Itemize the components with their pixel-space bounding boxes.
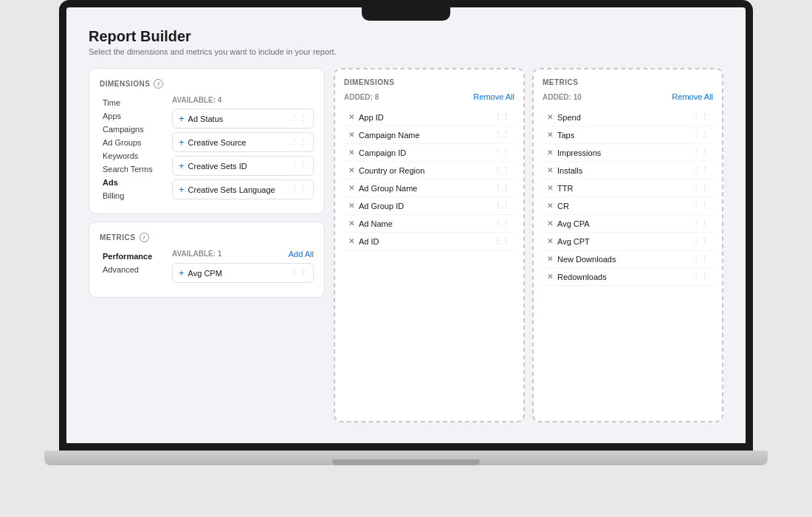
drag-handle[interactable]: ⋮⋮	[494, 130, 510, 140]
remove-icon[interactable]: ✕	[348, 237, 354, 245]
added-item-redownloads: Redownloads	[557, 273, 607, 281]
metrics-layout: Performance Advanced AVAILABLE: 1 Add Al…	[100, 250, 314, 287]
remove-icon[interactable]: ✕	[547, 166, 553, 174]
table-row: ✕ Redownloads ⋮⋮	[543, 268, 713, 286]
dim-item-creative-sets-id: Creative Sets ID	[188, 162, 247, 171]
remove-icon[interactable]: ✕	[547, 255, 553, 263]
remove-icon[interactable]: ✕	[547, 184, 553, 192]
remove-icon[interactable]: ✕	[348, 113, 354, 121]
list-item: + Ad Status ⋮⋮	[172, 109, 314, 129]
remove-icon[interactable]: ✕	[348, 131, 354, 139]
added-item-ad-id: Ad ID	[359, 237, 379, 246]
plus-icon[interactable]: +	[179, 267, 185, 278]
added-item-spend: Spend	[557, 113, 581, 122]
added-item-campaign-id: Campaign ID	[359, 148, 406, 157]
remove-icon[interactable]: ✕	[547, 113, 553, 121]
dimensions-added-header: DIMENSIONS	[344, 78, 515, 86]
drag-handle[interactable]: ⋮⋮	[692, 130, 709, 140]
metrics-info-icon[interactable]: i	[140, 233, 149, 242]
added-item-ad-name: Ad Name	[359, 219, 393, 228]
added-item-avg-cpa: Avg CPA	[557, 219, 590, 228]
plus-icon[interactable]: +	[179, 137, 185, 148]
plus-icon[interactable]: +	[179, 160, 185, 171]
metrics-added-label: METRICS	[543, 78, 579, 86]
drag-handle[interactable]: ⋮⋮	[692, 112, 709, 122]
metrics-remove-all-button[interactable]: Remove All	[672, 92, 713, 101]
drag-handle[interactable]: ⋮⋮	[692, 236, 709, 246]
added-item-cr: CR	[557, 202, 569, 210]
drag-handle[interactable]: ⋮⋮	[692, 148, 709, 157]
remove-icon[interactable]: ✕	[547, 148, 553, 157]
added-item-ad-group-id: Ad Group ID	[359, 202, 404, 210]
dimensions-count-header: ADDED: 8 Remove All	[344, 92, 515, 101]
nav-ad-groups[interactable]: Ad Groups	[100, 136, 166, 149]
list-item: + Avg CPM ⋮⋮	[172, 263, 314, 283]
list-item: + Creative Sets ID ⋮⋮	[172, 156, 314, 176]
added-item-impressions: Impressions	[557, 148, 601, 157]
drag-handle[interactable]: ⋮⋮	[494, 112, 510, 122]
remove-icon[interactable]: ✕	[348, 166, 354, 174]
nav-performance[interactable]: Performance	[100, 250, 166, 263]
drag-handle[interactable]: ⋮⋮	[692, 254, 709, 264]
drag-handle[interactable]: ⋮⋮	[692, 219, 709, 228]
metrics-label: METRICS	[100, 233, 136, 242]
drag-handle[interactable]: ⋮⋮	[692, 165, 709, 175]
drag-handle[interactable]: ⋮⋮	[494, 148, 510, 157]
nav-ads[interactable]: Ads	[100, 176, 166, 189]
drag-handle[interactable]: ⋮⋮	[494, 165, 510, 175]
nav-apps[interactable]: Apps	[100, 109, 166, 123]
added-item-country: Country or Region	[359, 166, 424, 175]
table-row: ✕ Ad Group Name ⋮⋮	[344, 179, 515, 197]
dimensions-info-icon[interactable]: i	[154, 79, 163, 89]
table-row: ✕ Installs ⋮⋮	[543, 162, 713, 179]
nav-billing[interactable]: Billing	[100, 189, 166, 202]
metrics-added-panel: METRICS ADDED: 10 Remove All ✕	[532, 68, 723, 422]
table-row: ✕ Avg CPA ⋮⋮	[543, 215, 713, 233]
dimensions-remove-all-button[interactable]: Remove All	[473, 92, 515, 101]
drag-handle[interactable]: ⋮⋮	[291, 268, 307, 278]
remove-icon[interactable]: ✕	[348, 148, 354, 157]
dimensions-added-label: DIMENSIONS	[344, 78, 394, 86]
add-all-button[interactable]: Add All	[289, 250, 314, 258]
added-item-campaign-name: Campaign Name	[359, 131, 420, 140]
added-item-ttr: TTR	[557, 184, 573, 193]
drag-handle[interactable]: ⋮⋮	[494, 183, 510, 193]
dimensions-label: DIMENSIONS	[100, 80, 150, 88]
drag-handle[interactable]: ⋮⋮	[291, 137, 307, 147]
drag-handle[interactable]: ⋮⋮	[494, 219, 510, 228]
plus-icon[interactable]: +	[179, 184, 185, 195]
nav-search-terms[interactable]: Search Terms	[100, 162, 166, 176]
laptop-notch	[362, 7, 450, 21]
added-item-installs: Installs	[557, 166, 582, 175]
nav-time[interactable]: Time	[100, 96, 166, 109]
table-row: ✕ Ad ID ⋮⋮	[344, 233, 515, 250]
drag-handle[interactable]: ⋮⋮	[692, 272, 709, 281]
dim-items-list: AVAILABLE: 4 + Ad Status ⋮⋮	[172, 96, 314, 203]
drag-handle[interactable]: ⋮⋮	[494, 201, 510, 210]
table-row: ✕ Impressions ⋮⋮	[543, 144, 713, 162]
drag-handle[interactable]: ⋮⋮	[291, 114, 307, 123]
remove-icon[interactable]: ✕	[547, 237, 553, 245]
right-panel: DIMENSIONS ADDED: 8 Remove All ✕	[334, 68, 723, 422]
remove-icon[interactable]: ✕	[547, 202, 553, 210]
drag-handle[interactable]: ⋮⋮	[291, 161, 307, 171]
nav-campaigns[interactable]: Campaigns	[100, 123, 166, 136]
nav-advanced[interactable]: Advanced	[100, 263, 166, 276]
remove-icon[interactable]: ✕	[348, 219, 354, 227]
remove-icon[interactable]: ✕	[547, 131, 553, 139]
remove-icon[interactable]: ✕	[547, 273, 553, 281]
metrics-added-count: ADDED: 10	[543, 93, 582, 101]
metrics-added-header: METRICS	[543, 78, 713, 86]
remove-icon[interactable]: ✕	[547, 219, 553, 227]
drag-handle[interactable]: ⋮⋮	[494, 236, 510, 246]
nav-keywords[interactable]: Keywords	[100, 149, 166, 162]
drag-handle[interactable]: ⋮⋮	[692, 183, 709, 193]
dimensions-added-list: ✕ App ID ⋮⋮ ✕ Campaign Name ⋮⋮	[344, 109, 515, 250]
metrics-added-list: ✕ Spend ⋮⋮ ✕ Taps ⋮⋮	[543, 109, 713, 286]
remove-icon[interactable]: ✕	[348, 202, 354, 210]
remove-icon[interactable]: ✕	[348, 184, 354, 192]
plus-icon[interactable]: +	[179, 113, 185, 124]
drag-handle[interactable]: ⋮⋮	[291, 185, 307, 194]
added-item-new-downloads: New Downloads	[557, 255, 616, 264]
drag-handle[interactable]: ⋮⋮	[692, 201, 709, 210]
